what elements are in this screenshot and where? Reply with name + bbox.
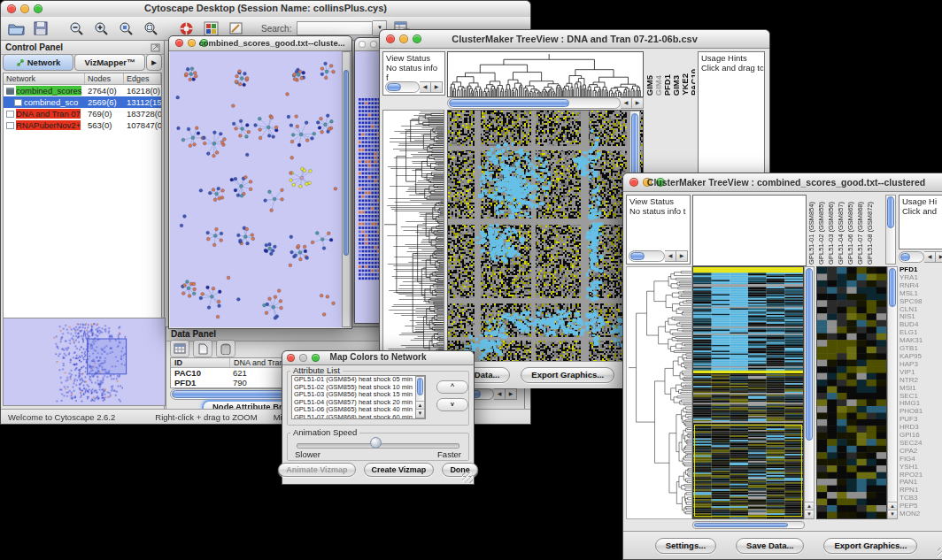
heatmap-hscrollbar[interactable] [692, 521, 805, 529]
column-label[interactable]: GPL51-02 (GSM855) [817, 202, 826, 265]
scroll-thumb[interactable] [889, 268, 896, 307]
scroll-thumb[interactable] [694, 523, 788, 527]
column-label[interactable]: GPL51-07 (GSM868) [856, 202, 865, 265]
animate-vizmap-button[interactable]: Animate Vizmap [278, 463, 355, 477]
minimize-icon[interactable] [188, 39, 196, 47]
treeview2-titlebar[interactable]: ClusterMaker TreeView : combined_scores_… [623, 173, 942, 192]
treeview2-action-button[interactable]: Settings... [655, 538, 716, 554]
column-label[interactable]: PFD1 [663, 74, 671, 96]
scroll-down-icon[interactable]: ▼ [888, 510, 897, 518]
treeview1-titlebar[interactable]: ClusterMaker TreeView : DNA and Tran 07-… [380, 30, 769, 49]
tab-network[interactable]: Network [3, 54, 73, 71]
resize-grip[interactable] [938, 548, 942, 558]
column-label[interactable]: YKE2 [681, 73, 689, 96]
column-label[interactable]: GIM5 [645, 75, 653, 96]
zoom-heatmap-canvas[interactable] [816, 266, 887, 519]
save-icon[interactable] [31, 19, 50, 38]
usage-hscrollbar[interactable]: ◀ ▶ [899, 251, 942, 263]
scroll-track[interactable] [899, 251, 924, 263]
close-icon[interactable] [359, 41, 366, 48]
scroll-thumb[interactable] [417, 378, 423, 395]
scroll-track[interactable] [629, 250, 665, 262]
column-label[interactable]: PAC10 [690, 69, 695, 96]
attribute-list-vscrollbar[interactable]: ▲ ▼ [415, 376, 425, 418]
select-attributes-icon[interactable] [170, 340, 189, 357]
network-view-titlebar[interactable]: combined_scores_good.txt--cluste... [169, 36, 351, 51]
treeview1-action-button[interactable]: Export Graphics... [521, 367, 614, 383]
scroll-right-icon[interactable]: ▶ [431, 81, 443, 93]
scroll-track[interactable] [692, 521, 805, 529]
scroll-down-icon[interactable]: ▼ [416, 409, 424, 418]
main-titlebar[interactable]: Cytoscape Desktop (Session Name: collins… [1, 1, 530, 18]
network-row[interactable]: DNA and Tran 07 769(0) 183728(0) [4, 108, 161, 119]
heatmap-vscrollbar[interactable]: ▲ ▼ [804, 266, 815, 519]
dialog-titlebar[interactable]: Map Colors to Network [282, 351, 474, 365]
network-canvas[interactable] [170, 51, 342, 327]
column-label[interactable]: GPL51-06 (GSM865) [846, 202, 855, 265]
treeview2-action-button[interactable]: Export Graphics... [823, 538, 917, 554]
col-id[interactable]: ID [171, 358, 230, 367]
scroll-thumb[interactable] [806, 268, 813, 441]
column-label[interactable]: GPL51-03 (GSM856) [827, 202, 836, 265]
scroll-thumb[interactable] [344, 70, 349, 256]
genelist-vscrollbar[interactable]: ▲ ▼ [887, 266, 898, 519]
labels-vscrollbar[interactable] [885, 195, 896, 265]
scroll-thumb[interactable] [449, 99, 569, 107]
scroll-left-icon[interactable]: ◀ [494, 388, 506, 400]
search-input[interactable] [297, 21, 373, 35]
scroll-thumb[interactable] [387, 83, 401, 91]
zoom-out-icon[interactable] [66, 19, 86, 38]
minimize-icon[interactable] [370, 41, 377, 48]
scroll-right-icon[interactable]: ▶ [676, 250, 688, 262]
scroll-right-icon[interactable]: ▶ [506, 388, 517, 400]
new-attribute-icon[interactable] [193, 340, 212, 357]
row-dendrogram-canvas[interactable] [626, 266, 692, 519]
close-icon[interactable] [175, 39, 183, 47]
birdseye-view[interactable] [3, 318, 166, 406]
zoom-selected-icon[interactable] [116, 19, 135, 38]
column-label[interactable]: GIM4 [654, 75, 662, 96]
open-folder-icon[interactable] [6, 19, 26, 38]
column-label[interactable]: GIM3 [672, 75, 680, 96]
scroll-right-icon[interactable]: ▶ [936, 251, 942, 263]
status-hscrollbar[interactable]: ◀ ▶ [385, 81, 443, 93]
heatmap-hscrollbar[interactable]: ◀ ▶ [447, 97, 644, 109]
status-hscrollbar[interactable]: ◀ ▶ [629, 250, 688, 262]
scroll-left-icon[interactable]: ◀ [420, 81, 431, 93]
tab-overflow-arrow[interactable]: ▶ [146, 54, 162, 71]
column-label[interactable]: GPL51-01 (GSM854) [807, 202, 816, 265]
scroll-left-icon[interactable]: ◀ [621, 97, 632, 109]
scroll-left-icon[interactable]: ◀ [924, 251, 936, 263]
move-down-button[interactable]: v [436, 398, 468, 411]
zoom-fit-icon[interactable] [141, 19, 160, 38]
zoom-in-icon[interactable] [91, 19, 111, 38]
col-network[interactable]: Network [4, 73, 85, 84]
attribute-list[interactable]: GPL51-01 (GSM854) heat shock 05 minGPL51… [291, 375, 426, 419]
resize-grip[interactable] [462, 472, 473, 483]
column-label[interactable]: GPL51-08 (GSM872) [866, 202, 875, 265]
gene-label[interactable]: MON2 [900, 510, 942, 518]
scroll-track[interactable] [385, 81, 420, 93]
attribute-list-item[interactable]: GPL51-07 (GSM868) heat shock 60 min [294, 414, 425, 419]
float-panel-icon[interactable] [151, 43, 160, 52]
network-row[interactable]: RNAPuberNov2+ 563(0) 107847(0) [4, 119, 161, 131]
scroll-thumb[interactable] [887, 196, 894, 228]
scroll-right-icon[interactable]: ▶ [632, 97, 644, 109]
col-edges[interactable]: Edges [124, 73, 161, 84]
col-nodes[interactable]: Nodes [85, 73, 124, 84]
tab-vizmapper[interactable]: VizMapper™ [74, 54, 145, 71]
scroll-thumb[interactable] [900, 253, 910, 261]
move-up-button[interactable]: ^ [436, 380, 468, 394]
network-row[interactable]: combined_scores 2764(0) 16218(0) [4, 85, 161, 96]
network-row[interactable]: combined_sco 2569(6) 13112(15) [4, 96, 161, 108]
scroll-track[interactable] [447, 97, 621, 109]
scroll-left-icon[interactable]: ◀ [665, 250, 676, 262]
delete-attribute-icon[interactable] [216, 340, 236, 357]
scroll-thumb[interactable] [630, 252, 645, 260]
global-heatmap-canvas[interactable] [692, 266, 804, 519]
column-label[interactable]: GPL51-04 (GSM857) [837, 202, 845, 265]
scroll-down-icon[interactable]: ▼ [805, 510, 814, 518]
treeview2-action-button[interactable]: Save Data... [736, 538, 804, 554]
column-dendrogram-area[interactable] [692, 195, 807, 266]
global-heatmap-canvas[interactable] [447, 110, 644, 363]
